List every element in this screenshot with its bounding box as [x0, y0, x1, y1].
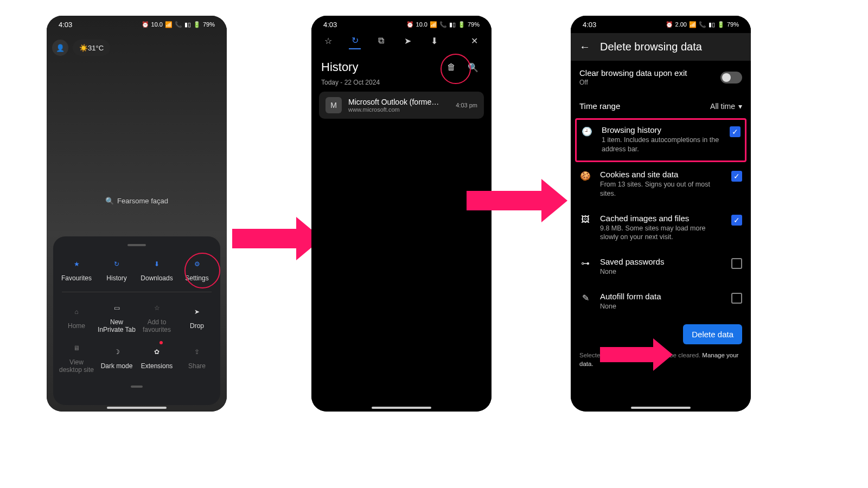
- tab-collections[interactable]: ⧉: [375, 36, 387, 49]
- toggle-off[interactable]: [720, 72, 742, 84]
- status-icons: ⏰10.0 📶📞▮▯ 🔋79%: [142, 21, 215, 28]
- delete-data-button[interactable]: Delete data: [683, 324, 742, 344]
- status-bar: 4:03 ⏰2.00📶📞▮▯🔋79%: [571, 16, 751, 33]
- gesture-bar: [631, 407, 691, 409]
- history-icon: ↻: [111, 258, 123, 270]
- drag-handle[interactable]: [127, 244, 146, 246]
- cookie-icon: 🍪: [579, 171, 591, 181]
- menu-new-inprivate[interactable]: ▭ New InPrivate Tab: [97, 298, 137, 338]
- tab-drop[interactable]: ➤: [401, 36, 414, 49]
- menu-share[interactable]: ⇪ Share: [177, 338, 217, 378]
- chevron-down-icon: ▾: [738, 102, 742, 111]
- clear-on-exit-row[interactable]: Clear browsing data upon exit Off: [571, 61, 751, 94]
- pencil-icon: ✎: [579, 293, 591, 303]
- menu-home[interactable]: ⌂ Home: [56, 298, 97, 338]
- tab-downloads[interactable]: ⬇: [428, 36, 441, 49]
- share-icon: ⇪: [191, 346, 203, 358]
- clock: 4:03: [59, 21, 72, 29]
- menu-desktop-site[interactable]: 🖥 View desktop site: [56, 338, 97, 378]
- home-icon: ⌂: [71, 306, 82, 318]
- checkbox-off[interactable]: [731, 258, 742, 269]
- star-plus-icon: ☆: [151, 302, 163, 314]
- checkbox-on[interactable]: ✓: [731, 171, 742, 182]
- option-browsing-history[interactable]: 🕘 Browsing history 1 item. Includes auto…: [575, 118, 746, 162]
- page-title: History: [321, 60, 358, 74]
- image-icon: 🖼: [579, 215, 591, 224]
- search-hint[interactable]: 🔍 Fearsome façad: [105, 197, 168, 205]
- notification-dot: [159, 341, 163, 344]
- gear-icon: ⚙: [191, 258, 203, 270]
- menu-extensions[interactable]: ✿ Extensions: [137, 338, 177, 378]
- history-item[interactable]: M Microsoft Outlook (forme… www.microsof…: [319, 92, 484, 119]
- highlight-circle-trash: [441, 54, 471, 84]
- menu-add-favourite[interactable]: ☆ Add to favourites: [137, 298, 177, 338]
- time-range-row[interactable]: Time range All time ▾: [571, 94, 751, 118]
- status-bar: 4:03 ⏰10.0📶📞▮▯🔋79%: [311, 16, 492, 33]
- puzzle-icon: ✿: [151, 346, 163, 358]
- tab-history[interactable]: ↻: [349, 36, 361, 49]
- divider: [62, 292, 212, 292]
- status-icons: ⏰10.0📶📞▮▯🔋79%: [406, 21, 480, 28]
- menu-dark-mode[interactable]: ☽ Dark mode: [97, 338, 137, 378]
- search-icon: 🔍: [105, 197, 114, 205]
- star-icon: ★: [71, 258, 82, 270]
- monitor-icon: 🖥: [71, 342, 82, 354]
- history-item-time: 4:03 pm: [456, 102, 477, 108]
- menu-settings[interactable]: ⚙ Settings: [177, 254, 217, 286]
- time-range-dropdown[interactable]: All time ▾: [710, 102, 742, 111]
- gesture-bar: [372, 407, 431, 409]
- menu-downloads[interactable]: ⬇ Downloads: [137, 254, 177, 286]
- clock: 4:03: [583, 21, 596, 29]
- back-icon[interactable]: ←: [579, 41, 590, 53]
- bottom-sheet-menu: ★ Favourites ↻ History ⬇ Downloads ⚙ Set…: [53, 236, 220, 405]
- menu-history[interactable]: ↻ History: [97, 254, 137, 286]
- checkbox-off[interactable]: [731, 293, 742, 304]
- avatar-chip[interactable]: 👤: [52, 40, 68, 56]
- close-icon[interactable]: ✕: [468, 36, 481, 49]
- page-title: Delete browsing data: [600, 41, 702, 53]
- menu-drop[interactable]: ➤ Drop: [177, 298, 217, 338]
- header-chips: 👤 ☀️ 31°C: [52, 40, 110, 56]
- screenshot-1-edge-menu: 4:03 ⏰10.0 📶📞▮▯ 🔋79% 👤 ☀️ 31°C 🔍 Fearsom…: [47, 16, 227, 412]
- moon-icon: ☽: [111, 346, 123, 358]
- history-item-url: www.microsoft.com: [348, 106, 449, 113]
- history-item-title: Microsoft Outlook (forme…: [348, 98, 449, 106]
- option-autofill[interactable]: ✎ Autofill form data None: [571, 284, 751, 319]
- option-cookies[interactable]: 🍪 Cookies and site data From 13 sites. S…: [571, 162, 751, 206]
- weather-chip[interactable]: ☀️ 31°C: [73, 40, 110, 56]
- tab-favourites[interactable]: ☆: [322, 36, 335, 49]
- tab-bar: ☆ ↻ ⧉ ➤ ⬇ ✕: [311, 33, 492, 49]
- download-icon: ⬇: [151, 258, 163, 270]
- key-icon: ⊶: [579, 258, 591, 268]
- menu-favourites[interactable]: ★ Favourites: [56, 254, 97, 286]
- clock: 4:03: [323, 21, 337, 29]
- checkbox-on[interactable]: ✓: [730, 126, 741, 137]
- screenshot-2-history: 4:03 ⏰10.0📶📞▮▯🔋79% ☆ ↻ ⧉ ➤ ⬇ ✕ History 🗑…: [311, 16, 492, 412]
- clock-icon: 🕘: [581, 126, 593, 137]
- option-cache[interactable]: 🖼 Cached images and files 9.8 MB. Some s…: [571, 206, 751, 250]
- checkbox-on[interactable]: ✓: [731, 215, 742, 226]
- status-bar: 4:03 ⏰10.0 📶📞▮▯ 🔋79%: [47, 16, 227, 33]
- status-icons: ⏰2.00📶📞▮▯🔋79%: [666, 21, 739, 28]
- inprivate-icon: ▭: [111, 302, 123, 314]
- page-indicator: [131, 386, 143, 388]
- favicon: M: [326, 97, 342, 113]
- page-header: ← Delete browsing data: [571, 33, 751, 61]
- gesture-bar: [107, 407, 167, 409]
- option-passwords[interactable]: ⊶ Saved passwords None: [571, 249, 751, 284]
- send-icon: ➤: [191, 306, 203, 318]
- history-header: History 🗑 🔍: [311, 49, 492, 79]
